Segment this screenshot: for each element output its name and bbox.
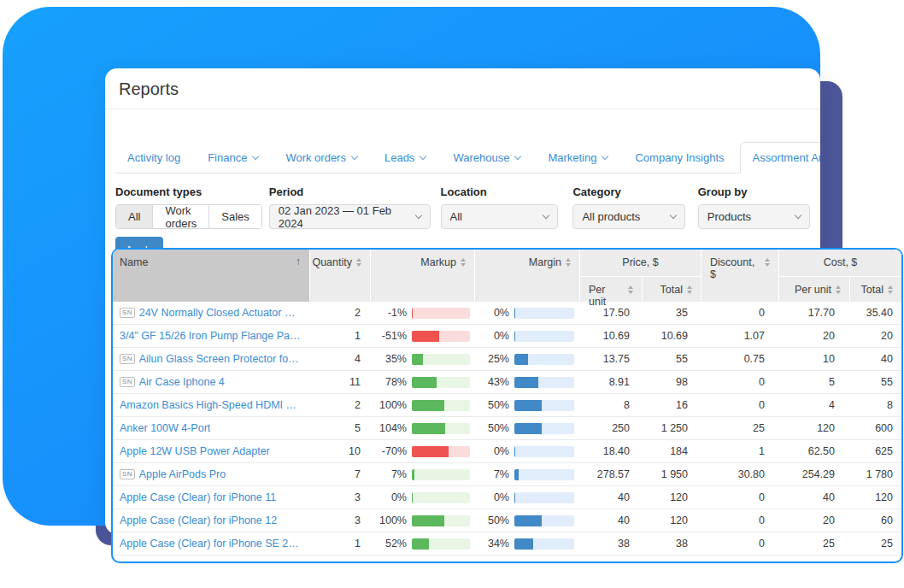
- column-header-markup[interactable]: Markup: [371, 250, 474, 302]
- document-types-segmented: AllWork ordersSales: [115, 204, 262, 229]
- price-per-unit-cell: 10.69: [577, 330, 638, 342]
- discount-cell: 0.75: [696, 353, 773, 365]
- markup-cell: 100%: [369, 399, 473, 411]
- markup-value: 7%: [391, 468, 407, 480]
- column-header-price-per-unit[interactable]: Per unit: [580, 277, 642, 302]
- document-type-option-all[interactable]: All: [116, 205, 152, 228]
- period-select[interactable]: 02 Jan 2023 — 01 Feb 2024: [269, 204, 431, 229]
- discount-cell: 0: [696, 376, 773, 388]
- tab-assortment-analysis[interactable]: Assortment Analysis: [740, 142, 820, 173]
- markup-value: -1%: [388, 307, 407, 319]
- markup-value: 35%: [385, 353, 407, 365]
- tab-work-orders[interactable]: Work orders: [273, 143, 369, 173]
- group-by-value: Products: [707, 210, 751, 223]
- location-value: All: [450, 210, 462, 223]
- price-total-cell: 1 950: [638, 468, 696, 480]
- margin-bar: [514, 446, 574, 457]
- margin-bar: [514, 562, 574, 564]
- cost-total-cell: 107: [843, 561, 901, 563]
- markup-value: 100%: [379, 514, 407, 526]
- product-name-link[interactable]: Amazon Basics High-Speed HDMI Cable For …: [120, 399, 301, 411]
- margin-bar-fill: [514, 492, 515, 503]
- price-total-cell: 10.69: [638, 330, 696, 342]
- tab-company-insights[interactable]: Company Insights: [623, 143, 736, 173]
- product-name-link[interactable]: Apple AirPods Pro: [139, 468, 226, 480]
- margin-bar: [514, 377, 574, 388]
- markup-bar-fill: [412, 354, 423, 365]
- markup-bar-fill: [412, 308, 413, 319]
- markup-cell: 52%: [369, 538, 473, 550]
- margin-bar-fill: [514, 377, 538, 388]
- discount-cell: 0: [696, 538, 773, 550]
- product-name-link[interactable]: Anker 100W 4-Port: [120, 422, 210, 434]
- column-header-cost-per-unit[interactable]: Per unit: [779, 277, 849, 302]
- product-name-link[interactable]: Apple 12W USB Power Adapter: [120, 445, 270, 457]
- markup-value: 52%: [385, 538, 407, 550]
- tab-warehouse[interactable]: Warehouse: [441, 143, 532, 173]
- group-by-select[interactable]: Products: [698, 204, 810, 229]
- price-per-unit-cell: 38: [577, 538, 638, 550]
- margin-bar-fill: [514, 538, 533, 550]
- margin-bar-fill: [514, 400, 542, 411]
- product-name-cell: Apple iPhone 11 Silicone Case (Pink Sand…: [113, 561, 309, 563]
- cost-per-unit-cell: 20: [773, 514, 843, 526]
- document-types-label: Document types: [115, 185, 262, 199]
- cost-total-cell: 1 780: [843, 468, 901, 480]
- product-name-link[interactable]: Ailun Glass Screen Protector for iPhone …: [139, 353, 301, 365]
- category-select[interactable]: All products: [572, 204, 684, 229]
- product-name-link[interactable]: Apple iPhone 11 Silicone Case (Pink Sand…: [120, 561, 301, 563]
- column-header-quantity[interactable]: Quantity: [310, 250, 370, 302]
- product-name-link[interactable]: 3/4" GF 15/26 Iron Pump Flange Pair (NPT…: [120, 330, 301, 342]
- table-row: Apple Case (Clear) for iPhone 1130%0%401…: [113, 486, 901, 509]
- markup-bar-fill: [412, 331, 439, 342]
- serial-number-badge: SN: [120, 469, 135, 479]
- markup-cell: 104%: [369, 422, 473, 434]
- price-per-unit-cell: 13.75: [577, 353, 638, 365]
- markup-value: -51%: [382, 330, 407, 342]
- location-select[interactable]: All: [441, 204, 559, 229]
- product-name-cell: Amazon Basics High-Speed HDMI Cable For …: [113, 399, 309, 411]
- cost-per-unit-cell: 120: [773, 422, 843, 434]
- cost-total-cell: 60: [843, 514, 901, 526]
- price-per-unit-cell: 278.57: [577, 468, 638, 480]
- cost-total-cell: 625: [843, 445, 901, 457]
- tab-marketing[interactable]: Marketing: [536, 143, 619, 173]
- column-header-cost: Cost, $: [779, 250, 901, 276]
- markup-bar: [412, 515, 470, 526]
- serial-number-badge: SN: [120, 377, 135, 387]
- product-name-link[interactable]: Apple Case (Clear) for iPhone 11: [120, 491, 276, 503]
- group-by-label: Group by: [698, 185, 810, 199]
- product-name-cell: Apple 12W USB Power Adapter: [113, 445, 309, 457]
- tab-finance[interactable]: Finance: [196, 143, 270, 173]
- product-name-link[interactable]: Air Case Iphone 4: [139, 376, 225, 388]
- markup-cell: 7%: [369, 468, 473, 480]
- tab-activity-log[interactable]: Activity log: [115, 143, 192, 173]
- column-header-price-total[interactable]: Total: [643, 277, 701, 302]
- serial-number-badge: SN: [120, 308, 135, 318]
- quantity-cell: 10: [309, 445, 369, 457]
- margin-cell: 25%: [473, 353, 577, 365]
- margin-value: 7%: [494, 468, 509, 480]
- column-header-cost-total[interactable]: Total: [850, 277, 901, 302]
- markup-cell: -70%: [369, 445, 473, 457]
- margin-bar-fill: [514, 308, 515, 319]
- sort-icon: [687, 285, 692, 302]
- product-name-cell: SNAir Case Iphone 4: [113, 376, 309, 388]
- price-total-cell: 35: [638, 307, 696, 319]
- filter-location: Location All: [441, 185, 559, 229]
- category-value: All products: [582, 210, 640, 223]
- column-header-name[interactable]: Name ↑: [113, 250, 309, 302]
- product-name-link[interactable]: Apple Case (Clear) for iPhone SE 2020: [120, 538, 301, 550]
- product-name-link[interactable]: 24V Normally Closed Actuator w/ aux. swi…: [139, 307, 301, 319]
- column-header-margin[interactable]: Margin: [475, 250, 579, 302]
- location-label: Location: [441, 185, 559, 199]
- product-name-link[interactable]: Apple Case (Clear) for iPhone 12: [120, 514, 277, 526]
- quantity-cell: 3: [309, 514, 369, 526]
- document-type-option-sales[interactable]: Sales: [208, 205, 261, 228]
- discount-cell: 0: [696, 491, 773, 503]
- tab-leads[interactable]: Leads: [373, 143, 437, 173]
- price-total-cell: 98: [638, 376, 696, 388]
- price-total-cell: 16: [638, 399, 696, 411]
- column-header-discount[interactable]: Discount, $: [701, 250, 778, 302]
- document-type-option-work-orders[interactable]: Work orders: [152, 205, 208, 228]
